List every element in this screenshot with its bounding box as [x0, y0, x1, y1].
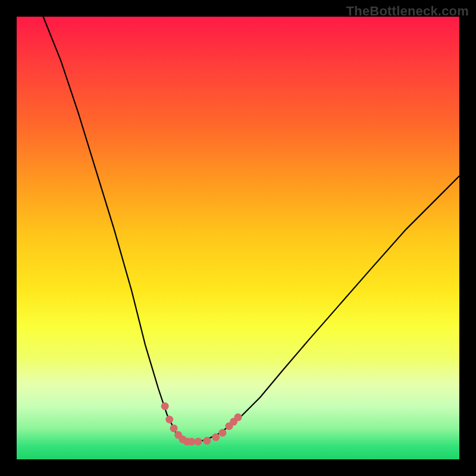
highlight-dot — [212, 433, 220, 441]
plot-gradient-area — [17, 17, 459, 459]
highlight-dot — [219, 429, 227, 437]
highlight-dot — [203, 437, 211, 444]
highlight-dot — [187, 438, 195, 446]
highlight-dot — [170, 424, 178, 432]
bottleneck-curve — [43, 17, 459, 441]
curve-path — [43, 17, 459, 441]
highlight-dot — [195, 438, 202, 446]
highlight-dot — [234, 414, 242, 421]
chart-svg — [17, 17, 459, 459]
highlight-dot — [161, 402, 169, 410]
highlight-dot — [165, 416, 173, 424]
chart-frame: TheBottleneck.com — [0, 0, 476, 476]
highlight-dots — [161, 402, 242, 446]
